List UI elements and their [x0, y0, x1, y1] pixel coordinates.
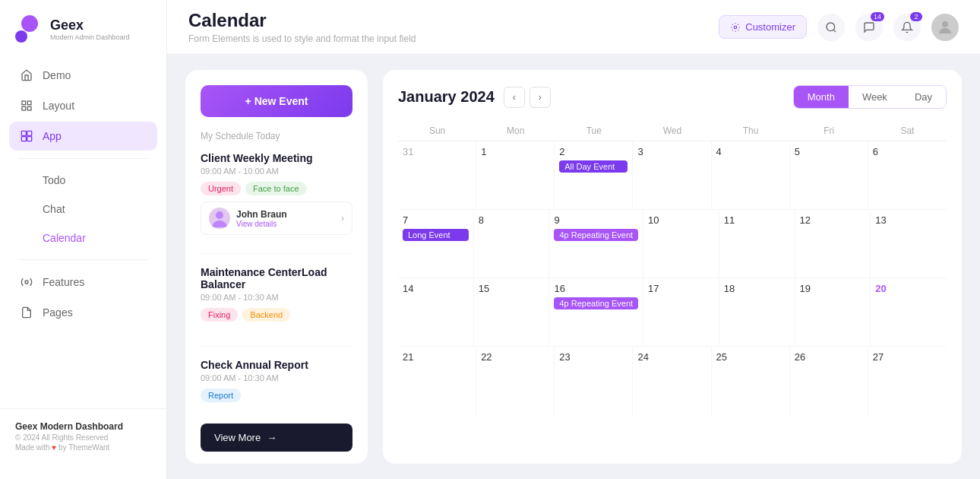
arrow-right-icon: → [267, 432, 277, 443]
cell-jan-7[interactable]: 7 Long Event [398, 210, 474, 278]
cell-jan-17[interactable]: 17 [643, 278, 719, 347]
event-2-tags: Fixing Backend [201, 308, 352, 322]
svg-point-10 [827, 23, 835, 31]
weekday-thu: Thu [712, 121, 790, 141]
sidebar-item-chat-label: Chat [43, 203, 65, 215]
event-1-person-link[interactable]: View details [236, 220, 287, 228]
sidebar-item-calendar[interactable]: Calendar [9, 224, 157, 252]
weekday-wed: Wed [633, 121, 711, 141]
event-1-tags: Urgent Face to face [201, 182, 352, 195]
cell-jan-25[interactable]: 25 [712, 347, 790, 415]
sidebar-item-todo-label: Todo [43, 174, 65, 186]
cell-jan-23[interactable]: 23 [555, 347, 633, 415]
event-1-person[interactable]: John Braun View details › [201, 201, 352, 235]
sidebar-item-layout-label: Layout [43, 100, 74, 112]
tag-fixing: Fixing [201, 308, 238, 322]
cell-jan-20[interactable]: 20 [871, 278, 947, 347]
repeating-event-1[interactable]: 4p Repeating Event [554, 229, 638, 241]
cell-jan-14[interactable]: 14 [398, 278, 474, 347]
svg-point-9 [735, 26, 738, 29]
tag-urgent: Urgent [201, 182, 241, 195]
sidebar-item-pages[interactable]: Pages [9, 298, 157, 327]
cell-jan-24[interactable]: 24 [633, 347, 711, 415]
view-more-label: View More [214, 432, 261, 443]
layout-icon [20, 99, 33, 113]
sidebar-item-calendar-label: Calendar [43, 232, 86, 244]
app-icon [20, 129, 33, 143]
logo-sub: Modern Admin Dashboard [50, 33, 130, 41]
topbar-left: Calendar Form Elements is used to style … [188, 10, 416, 44]
cell-jan-9[interactable]: 9 4p Repeating Event [549, 210, 643, 278]
sidebar-item-demo[interactable]: Demo [9, 61, 157, 90]
customizer-button[interactable]: Customizer [719, 15, 807, 39]
cell-jan-22[interactable]: 22 [476, 347, 555, 415]
sidebar: Geex Modern Admin Dashboard Demo Layout … [0, 0, 167, 479]
event-item-2: Maintenance CenterLoad Balancer 09:00 AM… [201, 266, 352, 328]
view-month-button[interactable]: Month [794, 86, 849, 108]
logo: Geex Modern Admin Dashboard [0, 15, 166, 61]
event-2-name: Maintenance CenterLoad Balancer [201, 266, 352, 290]
cell-jan-3[interactable]: 3 [633, 141, 711, 210]
sidebar-item-layout[interactable]: Layout [9, 91, 157, 120]
tag-backend: Backend [242, 308, 290, 322]
features-icon [20, 275, 33, 289]
prev-month-button[interactable]: ‹ [504, 87, 525, 108]
cell-jan-5[interactable]: 5 [790, 141, 868, 210]
svg-rect-2 [27, 106, 31, 110]
cell-jan-13[interactable]: 13 [871, 210, 947, 278]
long-event[interactable]: Long Event [403, 229, 469, 241]
schedule-section-title: My Schedule Today [201, 131, 352, 141]
sidebar-item-todo[interactable]: Todo [9, 167, 157, 194]
notifications-button[interactable]: 2 [893, 14, 921, 41]
event-2-time: 09:00 AM - 10:30 AM [201, 293, 352, 302]
svg-rect-5 [27, 131, 32, 135]
view-week-button[interactable]: Week [849, 86, 901, 108]
all-day-event[interactable]: All Day Event [559, 160, 628, 173]
event-1-person-name: John Braun [236, 209, 287, 220]
svg-rect-0 [22, 101, 26, 105]
main-area: Calendar Form Elements is used to style … [167, 0, 980, 479]
cell-jan-19[interactable]: 19 [795, 278, 871, 347]
weekday-mon: Mon [476, 121, 555, 141]
cell-jan-10[interactable]: 10 [643, 210, 719, 278]
new-event-button[interactable]: + New Event [201, 85, 352, 117]
event-3-tags: Report [201, 389, 352, 402]
cell-jan-26[interactable]: 26 [790, 347, 868, 415]
cell-jan-15[interactable]: 15 [474, 278, 550, 347]
cell-jan-11[interactable]: 11 [719, 210, 795, 278]
cell-jan-8[interactable]: 8 ​ [474, 210, 550, 278]
sidebar-item-app[interactable]: App [9, 122, 157, 151]
topbar-right: Customizer 14 2 [719, 14, 959, 41]
messages-button[interactable]: 14 [855, 14, 883, 41]
svg-rect-7 [27, 137, 32, 141]
view-day-button[interactable]: Day [901, 86, 946, 108]
topbar: Calendar Form Elements is used to style … [167, 0, 980, 55]
calendar-view-buttons: Month Week Day [793, 85, 947, 109]
cell-jan-12[interactable]: 12 [795, 210, 871, 278]
customizer-label: Customizer [745, 21, 795, 33]
svg-point-12 [942, 21, 948, 27]
repeating-event-2[interactable]: 4p Repeating Event [554, 297, 638, 309]
cell-jan-4[interactable]: 4 [712, 141, 790, 210]
cell-jan-21[interactable]: 21 [398, 347, 476, 415]
cell-jan-2[interactable]: 2 All Day Event [555, 141, 633, 210]
event-3-name: Check Annual Report [201, 359, 352, 371]
sidebar-footer: Geex Modern Dashboard © 2024 All Rights … [0, 408, 166, 464]
sidebar-item-features[interactable]: Features [9, 268, 157, 297]
search-button[interactable] [817, 14, 845, 41]
tag-report: Report [201, 389, 241, 402]
cell-jan-6[interactable]: 6 [868, 141, 947, 210]
svg-point-8 [25, 281, 28, 284]
tag-face: Face to face [245, 182, 307, 195]
view-more-button[interactable]: View More → [201, 423, 352, 452]
calendar-nav: ‹ › [504, 87, 551, 108]
cell-jan-27[interactable]: 27 [868, 347, 947, 415]
user-avatar[interactable] [931, 14, 959, 41]
next-month-button[interactable]: › [530, 87, 551, 108]
sidebar-item-chat[interactable]: Chat [9, 195, 157, 223]
schedule-panel: + New Event My Schedule Today Client Wee… [185, 70, 368, 464]
cell-jan-16[interactable]: 16 4p Repeating Event [549, 278, 643, 347]
sidebar-item-pages-label: Pages [43, 306, 73, 319]
cell-jan-1[interactable]: 1 [476, 141, 555, 210]
cell-jan-18[interactable]: 18 [719, 278, 795, 347]
